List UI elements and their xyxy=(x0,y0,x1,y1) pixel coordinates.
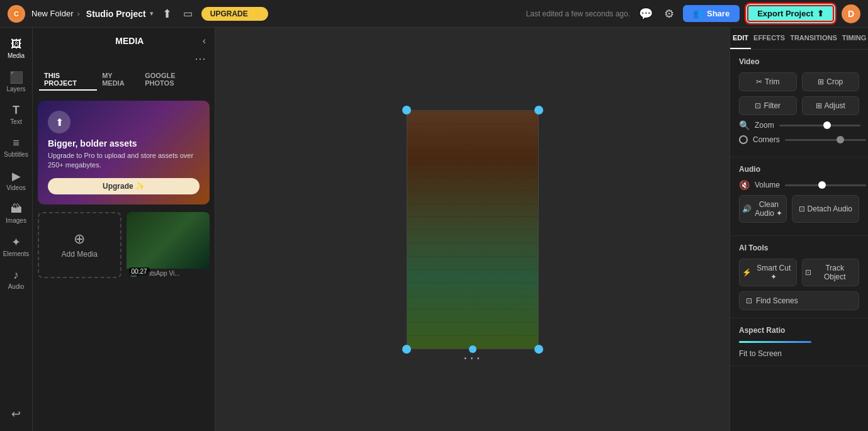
resize-handle-bottom[interactable] xyxy=(469,345,476,353)
corners-row: Corners xyxy=(739,135,859,144)
corners-radio[interactable] xyxy=(739,135,748,144)
track-object-label: Track Object xyxy=(814,264,857,281)
crop-label: Crop xyxy=(826,77,843,86)
upgrade-button[interactable]: UPGRADE ⚡ xyxy=(201,7,268,21)
media-panel-title: MEDIA xyxy=(57,36,203,46)
sidebar-label-audio: Audio xyxy=(8,283,25,290)
text-icon: T xyxy=(13,104,20,117)
smart-cut-button[interactable]: ⚡ Smart Cut ✦ xyxy=(739,259,797,286)
add-media-icon: ⊕ xyxy=(74,231,85,247)
project-name-area: Studio Project ▾ xyxy=(86,9,154,19)
export-label: Export Project xyxy=(757,9,813,18)
upload-button[interactable]: ⬆ xyxy=(160,4,174,23)
media-panel-body: ⬆ Bigger, bolder assets Upgrade to Pro t… xyxy=(33,96,215,431)
right-panel: EDIT EFFECTS TRANSITIONS TIMING Video ✂ … xyxy=(730,28,868,431)
videos-icon: ▶ xyxy=(12,169,21,183)
right-tabs: EDIT EFFECTS TRANSITIONS TIMING xyxy=(730,28,868,50)
sidebar-item-subtitles[interactable]: ≡ Subtitles xyxy=(1,132,31,163)
trim-crop-row: ✂ Trim ⊞ Crop xyxy=(739,72,859,91)
sidebar: 🖼 Media ⬛ Layers T Text ≡ Subtitles ▶ Vi… xyxy=(0,28,33,431)
zoom-slider[interactable] xyxy=(779,125,860,126)
volume-slider[interactable] xyxy=(785,184,866,186)
sidebar-item-elements[interactable]: ✦ Elements xyxy=(1,230,31,262)
ai-section-title: AI Tools xyxy=(739,243,859,252)
resize-handle-br[interactable] xyxy=(534,345,543,354)
project-caret-icon[interactable]: ▾ xyxy=(150,9,154,18)
video-section: Video ✂ Trim ⊞ Crop ⊡ Filter ⊞ Adjus xyxy=(730,50,868,157)
sidebar-item-media[interactable]: 🖼 Media xyxy=(1,33,31,64)
crop-button[interactable]: ⊞ Crop xyxy=(802,72,860,91)
canvas-video[interactable] xyxy=(407,110,539,349)
undo-icon: ↩ xyxy=(11,407,21,421)
sidebar-item-audio[interactable]: ♪ Audio xyxy=(1,264,31,295)
share-button[interactable]: 👥 Share xyxy=(683,5,740,22)
volume-label: Volume xyxy=(755,181,780,189)
sidebar-label-elements: Elements xyxy=(3,250,30,257)
sidebar-item-layers[interactable]: ⬛ Layers xyxy=(1,65,31,98)
add-media-label: Add Media xyxy=(62,250,98,259)
media-tabs: THIS PROJECT MY MEDIA GOOGLE PHOTOS xyxy=(33,69,215,96)
tab-transitions[interactable]: TRANSITIONS xyxy=(787,28,840,49)
media-panel-collapse-button[interactable]: ‹ xyxy=(203,35,206,47)
video-preview xyxy=(407,111,538,349)
ai-tools-section: AI Tools ⚡ Smart Cut ✦ ⊡ Track Object ⊡ … xyxy=(730,236,868,318)
sidebar-item-images[interactable]: 🏔 Images xyxy=(1,198,31,229)
smart-cut-label: Smart Cut ✦ xyxy=(754,264,794,281)
filter-icon: ⊡ xyxy=(755,101,761,110)
settings-button[interactable]: ⚙ xyxy=(662,4,677,23)
main-area: 🖼 Media ⬛ Layers T Text ≡ Subtitles ▶ Vi… xyxy=(0,28,868,431)
tab-timing[interactable]: TIMING xyxy=(840,28,868,49)
folder-name[interactable]: New Folder xyxy=(31,9,73,18)
resize-handle-tl[interactable] xyxy=(402,106,411,115)
corners-slider[interactable] xyxy=(785,139,866,141)
filter-adjust-row: ⊡ Filter ⊞ Adjust xyxy=(739,96,859,115)
canvas-dots-handle[interactable]: • • • xyxy=(464,355,480,362)
zoom-label: Zoom xyxy=(755,121,774,130)
canvas-video-container: • • • xyxy=(407,110,539,349)
trim-button[interactable]: ✂ Trim xyxy=(739,72,797,91)
export-button[interactable]: Export Project ⬆ xyxy=(746,4,835,23)
app-logo[interactable]: C xyxy=(8,5,25,23)
detach-audio-button[interactable]: ⊡ Detach Audio xyxy=(792,195,859,223)
sidebar-label-images: Images xyxy=(6,217,26,224)
track-icon: ⊡ xyxy=(805,268,811,277)
sidebar-item-undo[interactable]: ↩ xyxy=(1,402,31,426)
resize-handle-tr[interactable] xyxy=(534,106,543,115)
find-scenes-label: Find Scenes xyxy=(756,296,798,305)
sidebar-label-media: Media xyxy=(8,52,25,59)
tab-effects[interactable]: EFFECTS xyxy=(751,28,787,49)
clean-audio-button[interactable]: 🔊 Clean Audio ✦ xyxy=(739,195,787,223)
breadcrumb-chevron: › xyxy=(77,9,79,18)
adjust-button[interactable]: ⊞ Adjust xyxy=(802,96,860,115)
sidebar-label-videos: Videos xyxy=(6,184,25,191)
find-scenes-button[interactable]: ⊡ Find Scenes xyxy=(739,291,859,310)
project-name[interactable]: Studio Project xyxy=(86,9,146,19)
track-object-button[interactable]: ⊡ Track Object xyxy=(802,259,860,286)
tab-my-media[interactable]: MY MEDIA xyxy=(97,69,140,91)
upgrade-icon-circle: ⬆ xyxy=(48,111,70,133)
aspect-ratio-section: Aspect Ratio Fit to Screen xyxy=(730,318,868,366)
upgrade-banner-button[interactable]: Upgrade ✨ xyxy=(48,178,200,194)
filter-label: Filter xyxy=(764,101,781,110)
sidebar-item-text[interactable]: T Text xyxy=(1,99,31,130)
canvas-workspace[interactable]: • • • xyxy=(215,28,730,431)
volume-icon: 🔇 xyxy=(739,180,750,190)
screen-record-button[interactable]: ▭ xyxy=(181,5,195,22)
tab-this-project[interactable]: THIS PROJECT xyxy=(39,69,97,91)
tab-edit[interactable]: EDIT xyxy=(730,28,751,49)
upgrade-title: Bigger, bolder assets xyxy=(48,138,200,148)
media-grid: ⊕ Add Media 00:27 📹 WhatsApp Vi... xyxy=(38,212,210,278)
resize-handle-bl[interactable] xyxy=(402,345,411,354)
fit-to-screen-button[interactable]: Fit to Screen xyxy=(739,349,782,358)
media-more-button[interactable]: ⋯ xyxy=(194,52,206,65)
zoom-icon: 🔍 xyxy=(739,120,750,130)
tab-google-photos[interactable]: GOOGLE PHOTOS xyxy=(140,69,208,91)
comments-button[interactable]: 💬 xyxy=(636,4,655,23)
filter-button[interactable]: ⊡ Filter xyxy=(739,96,797,115)
sidebar-label-subtitles: Subtitles xyxy=(4,151,28,158)
add-media-button[interactable]: ⊕ Add Media xyxy=(38,212,121,278)
sidebar-item-videos[interactable]: ▶ Videos xyxy=(1,164,31,196)
avatar[interactable]: D xyxy=(842,4,860,23)
media-thumbnail[interactable]: 00:27 📹 WhatsApp Vi... xyxy=(127,212,210,278)
save-status: Last edited a few seconds ago. xyxy=(526,9,630,18)
